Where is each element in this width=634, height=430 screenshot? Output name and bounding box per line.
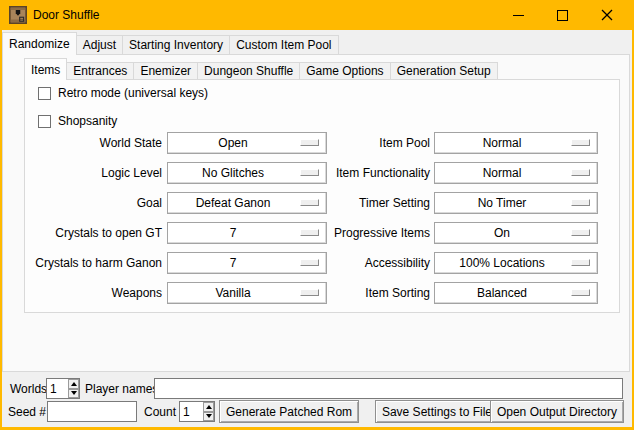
tab-label: Enemizer <box>140 64 191 78</box>
count-spin-down-button[interactable] <box>203 412 214 422</box>
item-pool-dropdown[interactable]: Normal <box>434 132 598 154</box>
close-button[interactable] <box>585 0 629 30</box>
dropdown-value: No Glitches <box>202 166 264 180</box>
client-area: Randomize Adjust Starting Inventory Cust… <box>2 30 632 427</box>
dropdown-value: Open <box>218 136 247 150</box>
dropdown-indicator-icon <box>571 259 590 266</box>
maximize-icon <box>557 10 568 21</box>
timer-setting-label: Timer Setting <box>265 192 430 214</box>
button-label: Generate Patched Rom <box>226 405 352 419</box>
arrow-up-icon <box>206 405 212 409</box>
tab-dungeon-shuffle[interactable]: Dungeon Shuffle <box>197 62 300 79</box>
weapons-label: Weapons <box>27 282 162 304</box>
dropdown-value: Normal <box>483 136 522 150</box>
dropdown-indicator-icon <box>571 229 590 236</box>
app-icon <box>9 6 27 24</box>
dropdown-value: 7 <box>230 226 237 240</box>
crystals-open-gt-label: Crystals to open GT <box>27 222 162 244</box>
item-functionality-dropdown[interactable]: Normal <box>434 162 598 184</box>
sub-tab-bar: Items Entrances Enemizer Dungeon Shuffle… <box>24 58 497 80</box>
dropdown-value: 7 <box>230 256 237 270</box>
count-spin-up-button[interactable] <box>203 402 214 412</box>
maximize-button[interactable] <box>540 0 584 30</box>
item-sorting-label: Item Sorting <box>265 282 430 304</box>
tab-label: Generation Setup <box>397 64 491 78</box>
bottom-bar: Worlds Player names Seed # Count Ge <box>2 372 632 427</box>
open-output-directory-button[interactable]: Open Output Directory <box>490 400 624 423</box>
worlds-spin-down-button[interactable] <box>68 389 79 399</box>
window-title: Door Shuffle <box>33 8 100 22</box>
shopsanity-checkbox[interactable] <box>38 115 51 128</box>
world-state-label: World State <box>27 132 162 154</box>
minimize-button[interactable] <box>496 0 540 30</box>
progressive-items-label: Progressive Items <box>265 222 430 244</box>
tab-label: Randomize <box>9 37 70 51</box>
tab-enemizer[interactable]: Enemizer <box>133 62 198 79</box>
tab-adjust[interactable]: Adjust <box>76 35 123 54</box>
tab-label: Starting Inventory <box>129 38 223 52</box>
retro-mode-label: Retro mode (universal keys) <box>58 86 208 100</box>
tab-label: Adjust <box>83 38 116 52</box>
goal-label: Goal <box>27 192 162 214</box>
dropdown-value: Normal <box>483 166 522 180</box>
tab-items[interactable]: Items <box>24 58 67 80</box>
dropdown-indicator-icon <box>571 199 590 206</box>
tab-custom-item-pool[interactable]: Custom Item Pool <box>229 35 338 54</box>
count-label: Count <box>144 402 176 422</box>
dropdown-indicator-icon <box>571 289 590 296</box>
tab-game-options[interactable]: Game Options <box>299 62 390 79</box>
arrow-up-icon <box>71 382 77 386</box>
tab-generation-setup[interactable]: Generation Setup <box>390 62 498 79</box>
close-icon <box>601 9 613 21</box>
app-window: Door Shuffle Randomize Adjust Starting I… <box>0 0 634 430</box>
arrow-down-icon <box>71 391 77 395</box>
progressive-items-dropdown[interactable]: On <box>434 222 598 244</box>
title-bar[interactable]: Door Shuffle <box>0 0 634 30</box>
tab-label: Dungeon Shuffle <box>204 64 293 78</box>
timer-setting-dropdown[interactable]: No Timer <box>434 192 598 214</box>
worlds-spin-up-button[interactable] <box>68 379 79 389</box>
dropdown-value: On <box>494 226 510 240</box>
dropdown-indicator-icon <box>571 139 590 146</box>
dropdown-value: 100% Locations <box>459 256 544 270</box>
button-label: Open Output Directory <box>497 405 617 419</box>
tab-randomize[interactable]: Randomize <box>2 32 77 55</box>
item-pool-label: Item Pool <box>265 132 430 154</box>
seed-label: Seed # <box>8 402 46 422</box>
tab-label: Custom Item Pool <box>236 38 331 52</box>
generate-patched-rom-button[interactable]: Generate Patched Rom <box>219 400 359 423</box>
worlds-label: Worlds <box>10 379 47 399</box>
logic-level-label: Logic Level <box>27 162 162 184</box>
item-sorting-dropdown[interactable]: Balanced <box>434 282 598 304</box>
dropdown-value: Vanilla <box>215 286 250 300</box>
player-names-label: Player names <box>85 379 158 399</box>
item-functionality-label: Item Functionality <box>265 162 430 184</box>
tab-starting-inventory[interactable]: Starting Inventory <box>122 35 230 54</box>
retro-mode-checkbox[interactable] <box>38 87 51 100</box>
shopsanity-label: Shopsanity <box>58 114 117 128</box>
items-page: Retro mode (universal keys) Shopsanity W… <box>24 79 620 313</box>
tab-label: Entrances <box>73 64 127 78</box>
dropdown-value: No Timer <box>478 196 527 210</box>
main-tab-bar: Randomize Adjust Starting Inventory Cust… <box>2 32 338 55</box>
seed-input[interactable] <box>47 401 137 422</box>
accessibility-label: Accessibility <box>265 252 430 274</box>
accessibility-dropdown[interactable]: 100% Locations <box>434 252 598 274</box>
crystals-harm-ganon-label: Crystals to harm Ganon <box>27 252 162 274</box>
worlds-spinbox[interactable] <box>46 378 80 399</box>
count-spinbox[interactable] <box>179 401 215 422</box>
arrow-down-icon <box>206 414 212 418</box>
save-settings-button[interactable]: Save Settings to File <box>375 400 499 423</box>
dropdown-indicator-icon <box>571 169 590 176</box>
minimize-icon <box>513 15 524 16</box>
dropdown-value: Balanced <box>477 286 527 300</box>
tab-label: Game Options <box>306 64 383 78</box>
dropdown-value: Defeat Ganon <box>196 196 271 210</box>
tab-entrances[interactable]: Entrances <box>66 62 134 79</box>
button-label: Save Settings to File <box>382 405 492 419</box>
tab-label: Items <box>31 63 60 77</box>
player-names-input[interactable] <box>154 378 623 399</box>
